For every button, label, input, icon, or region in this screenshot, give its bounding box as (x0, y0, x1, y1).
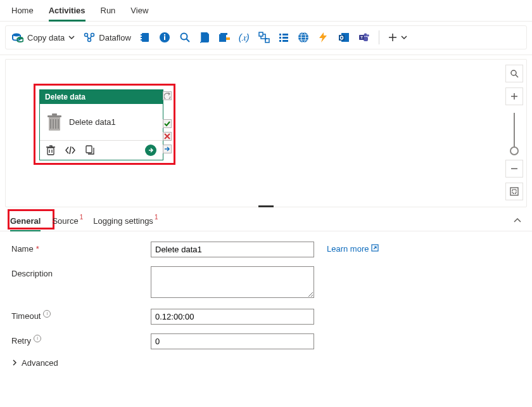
retry-input[interactable] (151, 333, 314, 349)
tab-source-label: Source (52, 216, 78, 226)
port-skip-icon[interactable] (163, 91, 172, 100)
svg-rect-36 (53, 119, 54, 129)
tab-home[interactable]: Home (11, 0, 34, 22)
advanced-label: Advanced (22, 358, 58, 368)
delete-icon[interactable] (46, 145, 55, 155)
svg-rect-41 (48, 148, 54, 155)
tab-activities[interactable]: Activities (49, 0, 86, 22)
advanced-toggle[interactable]: Advanced (11, 358, 521, 368)
svg-rect-44 (510, 188, 518, 195)
activity-selection-highlight: Delete data Delete data1 (34, 84, 175, 165)
script-icon[interactable] (200, 32, 210, 43)
tab-logging-label: Logging settings (93, 216, 153, 226)
svg-point-30 (367, 34, 369, 37)
general-form: Name * Learn more Description Timeout i (0, 231, 532, 378)
tab-view[interactable]: View (130, 0, 148, 22)
copy-icon[interactable] (86, 145, 94, 155)
code-icon[interactable] (65, 146, 75, 154)
svg-rect-42 (86, 146, 92, 153)
pipeline-icon[interactable] (258, 32, 270, 43)
svg-rect-15 (226, 37, 230, 40)
svg-point-2 (85, 34, 88, 37)
external-link-icon (371, 244, 379, 254)
search-icon[interactable] (179, 32, 191, 43)
dataflow-label: Dataflow (99, 33, 131, 42)
tab-run[interactable]: Run (101, 0, 116, 22)
zoom-in-icon[interactable] (505, 87, 523, 105)
svg-rect-40 (52, 113, 57, 115)
activity-node[interactable]: Delete data Delete data1 (39, 89, 163, 160)
tab-general[interactable]: General (10, 212, 41, 231)
run-activity-icon[interactable] (145, 145, 156, 156)
web-icon[interactable] (298, 32, 309, 43)
outlook-icon[interactable] (338, 32, 350, 42)
teams-icon[interactable]: T (358, 32, 370, 43)
collapse-panel-icon[interactable] (513, 216, 522, 227)
svg-rect-31 (364, 37, 368, 41)
zoom-slider-thumb[interactable] (510, 146, 519, 155)
azure-function-icon[interactable] (318, 32, 329, 43)
port-success-icon[interactable] (163, 119, 172, 128)
stored-proc-icon[interactable] (218, 32, 230, 42)
add-button[interactable] (388, 33, 407, 42)
port-completion-icon[interactable] (163, 145, 172, 153)
port-fail-icon[interactable] (163, 132, 172, 141)
svg-rect-16 (259, 32, 263, 36)
svg-rect-39 (48, 115, 61, 117)
trash-icon (46, 113, 63, 132)
notebook-icon[interactable] (140, 32, 150, 42)
canvas-controls (505, 65, 523, 205)
timeout-info-icon[interactable]: i (43, 310, 51, 318)
plus-icon (388, 33, 397, 42)
timeout-input[interactable] (151, 309, 314, 325)
dataflow-icon (84, 32, 95, 42)
svg-point-4 (88, 39, 91, 42)
svg-rect-13 (219, 34, 226, 42)
copy-data-icon (12, 32, 23, 42)
list-icon[interactable] (279, 32, 289, 42)
fit-screen-icon[interactable] (505, 183, 523, 200)
copy-data-button[interactable]: Copy data (12, 32, 75, 42)
tab-source[interactable]: Source 1 (52, 212, 82, 231)
timeout-label: Timeout (11, 311, 41, 321)
dataflow-button[interactable]: Dataflow (84, 32, 131, 42)
learn-more-link[interactable]: Learn more (327, 242, 379, 254)
canvas[interactable]: Delete data Delete data1 (5, 59, 527, 207)
svg-point-12 (180, 34, 187, 40)
svg-text:T: T (360, 36, 363, 39)
svg-rect-35 (50, 119, 51, 129)
zoom-slider[interactable] (514, 113, 515, 151)
tab-source-badge: 1 (80, 214, 84, 221)
tab-logging[interactable]: Logging settings 1 (93, 212, 156, 231)
svg-point-0 (13, 34, 20, 37)
svg-point-29 (364, 34, 367, 37)
svg-rect-10 (164, 36, 165, 40)
svg-rect-14 (220, 33, 227, 35)
svg-point-43 (511, 70, 516, 75)
svg-rect-23 (282, 40, 288, 42)
node-output-ports (163, 89, 172, 153)
svg-rect-19 (282, 34, 288, 36)
svg-rect-8 (141, 39, 142, 41)
learn-more-label: Learn more (327, 244, 369, 254)
canvas-search-icon[interactable] (505, 65, 523, 82)
svg-rect-38 (58, 119, 59, 129)
svg-point-11 (164, 34, 165, 36)
chevron-down-icon (401, 34, 407, 41)
svg-rect-5 (142, 33, 149, 42)
description-input[interactable] (151, 266, 314, 298)
description-label: Description (11, 269, 53, 278)
toolbar-separator (379, 30, 379, 44)
chevron-right-icon (11, 358, 18, 368)
svg-rect-21 (282, 37, 288, 39)
svg-rect-6 (141, 34, 142, 36)
variable-icon[interactable]: (𝑥) (239, 32, 250, 43)
svg-rect-7 (141, 37, 142, 38)
svg-rect-18 (279, 34, 281, 36)
svg-rect-22 (279, 40, 281, 42)
zoom-out-icon[interactable] (505, 160, 523, 178)
svg-rect-17 (265, 39, 269, 42)
info-icon[interactable] (159, 32, 170, 43)
retry-info-icon[interactable]: i (34, 335, 41, 342)
name-input[interactable] (151, 242, 314, 257)
